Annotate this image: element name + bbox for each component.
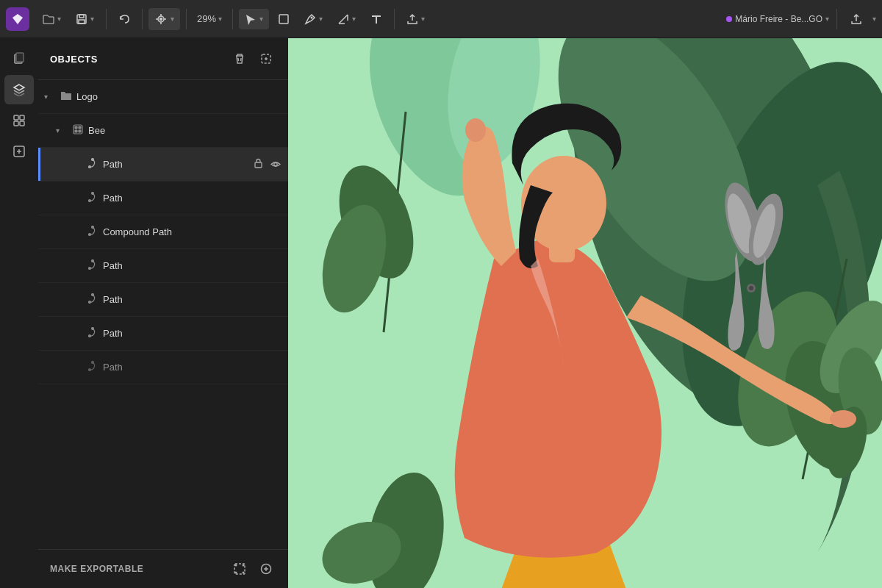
text-tool[interactable]: [365, 9, 388, 29]
svg-line-17: [238, 58, 239, 61]
svg-point-53: [243, 564, 245, 567]
pen-tool[interactable]: ▾: [298, 9, 329, 29]
svg-rect-1: [79, 15, 84, 18]
path1-expand: ▾: [71, 160, 85, 168]
save-chevron: ▾: [90, 15, 94, 23]
svg-point-37: [92, 260, 94, 262]
add-export-button[interactable]: [256, 559, 276, 579]
logo-expand-arrow[interactable]: ▾: [44, 93, 59, 101]
export-chevron: ▾: [421, 15, 425, 23]
svg-rect-39: [255, 264, 262, 269]
path5-lock-btn[interactable]: [252, 326, 265, 341]
svg-rect-24: [79, 130, 81, 132]
svg-point-41: [92, 294, 94, 296]
path1-lock-btn[interactable]: [252, 157, 265, 172]
tree-item-path3[interactable]: ▾ Path: [38, 249, 288, 283]
pages-button[interactable]: [4, 44, 34, 74]
path4-lock-btn[interactable]: [252, 292, 265, 307]
tree-item-compound[interactable]: ▾ Compound Path: [38, 215, 288, 249]
path2-eye-btn[interactable]: [269, 190, 282, 206]
upload-button[interactable]: [845, 9, 868, 29]
user-dot: [726, 16, 732, 22]
delete-button[interactable]: [229, 49, 250, 69]
compound-icon: [85, 226, 100, 238]
path1-eye-btn[interactable]: [269, 157, 282, 172]
path3-label: Path: [100, 260, 252, 271]
path5-label: Path: [100, 328, 252, 339]
compound-expand: ▾: [71, 228, 85, 236]
footer-actions: [229, 559, 276, 579]
path1-label: Path: [100, 159, 252, 170]
compound-label: Compound Path: [100, 226, 252, 237]
canvas-svg: [288, 38, 882, 588]
svg-point-74: [465, 118, 486, 142]
vector-chevron: ▾: [352, 15, 356, 23]
canvas-area[interactable]: [288, 38, 882, 588]
zoom-control[interactable]: 29% ▾: [193, 10, 226, 27]
sep-4: [232, 9, 233, 29]
svg-point-52: [235, 564, 237, 567]
svg-point-28: [274, 162, 277, 165]
tree-item-path5[interactable]: ▾ Path: [38, 317, 288, 351]
tree-item-logo[interactable]: ▾ Logo: [38, 80, 288, 114]
svg-point-33: [92, 226, 94, 229]
save-button[interactable]: ▾: [70, 9, 100, 29]
svg-point-36: [274, 230, 277, 233]
open-chevron: ▾: [57, 15, 61, 23]
open-button[interactable]: ▾: [37, 9, 67, 29]
svg-rect-2: [79, 20, 85, 24]
logo-folder-icon: [59, 90, 74, 103]
path2-lock-btn[interactable]: [252, 190, 265, 206]
compound-eye-btn[interactable]: [269, 224, 282, 240]
wrap-group-button[interactable]: [256, 49, 276, 69]
snap-chevron: ▾: [171, 15, 174, 23]
svg-point-38: [89, 268, 91, 270]
symbols-button[interactable]: [4, 137, 34, 166]
top-toolbar: ▾ ▾ ▾ 29% ▾: [0, 0, 882, 38]
path5-eye-btn[interactable]: [269, 326, 282, 341]
svg-rect-13: [20, 115, 24, 120]
path2-expand: ▾: [71, 194, 85, 202]
tree-item-path4[interactable]: ▾ Path: [38, 283, 288, 317]
shape-tool[interactable]: [272, 9, 295, 29]
path6-expand: ▾: [71, 363, 85, 371]
path1-icon: [85, 158, 100, 171]
panel-title: OBJECTS: [50, 54, 98, 65]
svg-point-42: [89, 301, 91, 304]
tree-item-path2[interactable]: ▾ Path: [38, 182, 288, 215]
user-name: Mário Freire - Be...GO: [735, 14, 822, 24]
tree-item-path1[interactable]: ▾ Path: [38, 148, 288, 182]
svg-point-6: [311, 16, 313, 18]
vector-tool[interactable]: ▾: [331, 9, 362, 29]
svg-rect-12: [14, 115, 18, 120]
tree-item-bee[interactable]: ▾ Bee: [38, 114, 288, 148]
svg-line-18: [241, 58, 242, 61]
layers-button[interactable]: [4, 75, 34, 104]
svg-point-54: [235, 572, 237, 574]
zoom-chevron: ▾: [218, 15, 222, 23]
app-logo: [6, 7, 29, 31]
compound-lock-btn[interactable]: [252, 224, 265, 240]
path4-eye-btn[interactable]: [269, 292, 282, 307]
path3-lock-btn[interactable]: [252, 258, 265, 273]
svg-rect-23: [75, 130, 77, 132]
path4-label: Path: [100, 294, 252, 305]
svg-point-30: [89, 200, 91, 202]
assets-button[interactable]: [4, 106, 34, 135]
slice-export-button[interactable]: [229, 559, 250, 579]
export-button[interactable]: ▾: [401, 9, 431, 29]
svg-point-4: [160, 18, 162, 20]
panel-header: OBJECTS: [38, 38, 288, 80]
select-tool[interactable]: ▾: [239, 9, 269, 29]
svg-point-82: [749, 286, 753, 290]
bee-group-icon: [71, 124, 85, 137]
undo-button[interactable]: [112, 9, 136, 29]
logo-label: Logo: [74, 91, 282, 102]
tree-item-path6[interactable]: ▾ Path: [38, 351, 288, 384]
path3-eye-btn[interactable]: [269, 258, 282, 273]
svg-point-48: [274, 331, 277, 334]
snap-button[interactable]: ▾: [148, 8, 180, 30]
path3-expand: ▾: [71, 262, 85, 270]
bee-expand-arrow[interactable]: ▾: [56, 126, 71, 135]
user-chevron: ▾: [825, 15, 829, 23]
